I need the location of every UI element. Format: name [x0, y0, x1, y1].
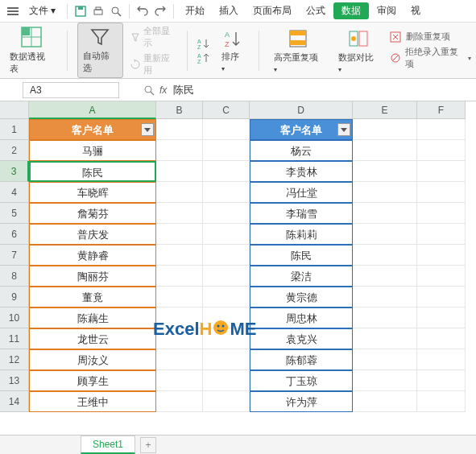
empty-cell[interactable]	[417, 182, 466, 203]
fx-label[interactable]: fx	[159, 85, 167, 96]
empty-cell[interactable]	[417, 328, 466, 349]
empty-cell[interactable]	[156, 161, 203, 182]
row-header[interactable]: 1	[0, 119, 29, 140]
empty-cell[interactable]	[353, 224, 417, 245]
tab-review[interactable]: 审阅	[370, 4, 403, 18]
table-header-cell[interactable]: 客户名单	[29, 119, 156, 140]
remove-dup-button[interactable]: 删除重复项	[390, 31, 471, 43]
empty-cell[interactable]	[353, 161, 417, 182]
table-cell[interactable]: 董竟	[29, 287, 156, 307]
preview-icon[interactable]	[108, 3, 124, 19]
empty-cell[interactable]	[203, 140, 250, 161]
reject-dup-button[interactable]: 拒绝录入重复项 ▾	[390, 46, 471, 70]
empty-cell[interactable]	[156, 119, 203, 140]
save-icon[interactable]	[72, 3, 89, 19]
empty-cell[interactable]	[353, 349, 417, 370]
empty-cell[interactable]	[203, 119, 250, 140]
row-header[interactable]: 6	[0, 224, 29, 245]
table-cell[interactable]: 冯仕堂	[250, 182, 353, 203]
table-cell[interactable]: 周汝义	[29, 349, 156, 370]
row-header[interactable]: 2	[0, 140, 29, 161]
empty-cell[interactable]	[203, 182, 250, 203]
tab-data[interactable]: 数据	[333, 2, 369, 19]
empty-cell[interactable]	[203, 224, 250, 245]
empty-cell[interactable]	[417, 203, 466, 224]
table-cell[interactable]: 陈藕生	[29, 307, 156, 328]
table-header-cell[interactable]: 客户名单	[250, 119, 353, 140]
empty-cell[interactable]	[353, 370, 417, 391]
row-header[interactable]: 11	[0, 328, 29, 349]
empty-cell[interactable]	[417, 119, 466, 140]
table-cell[interactable]: 黄静睿	[29, 245, 156, 266]
empty-cell[interactable]	[353, 391, 417, 412]
col-header[interactable]: A	[29, 101, 156, 119]
empty-cell[interactable]	[156, 349, 203, 370]
spreadsheet-grid[interactable]: ABCDEF1客户名单客户名单2马骊杨云3陈民李贵林4车晓晖冯仕堂5詹菊芬李瑞雪…	[0, 101, 476, 440]
col-header[interactable]: D	[250, 101, 353, 119]
row-header[interactable]: 8	[0, 266, 29, 287]
empty-cell[interactable]	[203, 161, 250, 182]
table-cell[interactable]: 陈民	[29, 161, 156, 182]
tab-formula[interactable]: 公式	[300, 4, 332, 18]
sheet-tab[interactable]: Sheet1	[81, 435, 135, 454]
table-cell[interactable]: 陈民	[250, 245, 353, 266]
empty-cell[interactable]	[353, 287, 417, 307]
empty-cell[interactable]	[156, 307, 203, 328]
table-cell[interactable]: 王维中	[29, 391, 156, 412]
empty-cell[interactable]	[417, 349, 466, 370]
empty-cell[interactable]	[203, 266, 250, 287]
table-cell[interactable]: 周忠林	[250, 307, 353, 328]
col-header[interactable]: F	[417, 101, 466, 119]
empty-cell[interactable]	[417, 287, 466, 307]
row-header[interactable]: 13	[0, 370, 29, 391]
empty-cell[interactable]	[156, 370, 203, 391]
row-header[interactable]: 7	[0, 245, 29, 266]
highlight-dup-button[interactable]: 高亮重复项 ▾	[269, 25, 327, 76]
empty-cell[interactable]	[156, 203, 203, 224]
row-header[interactable]: 9	[0, 287, 29, 307]
table-cell[interactable]: 李贵林	[250, 161, 353, 182]
autofilter-button[interactable]: 自动筛选	[77, 23, 122, 78]
formula-input[interactable]	[172, 82, 333, 97]
empty-cell[interactable]	[353, 140, 417, 161]
tab-layout[interactable]: 页面布局	[246, 4, 298, 18]
redo-icon[interactable]	[152, 3, 168, 19]
empty-cell[interactable]	[203, 328, 250, 349]
empty-cell[interactable]	[353, 119, 417, 140]
sort-desc-button[interactable]: AZ	[197, 52, 210, 64]
col-header[interactable]: B	[156, 101, 203, 119]
empty-cell[interactable]	[417, 161, 466, 182]
empty-cell[interactable]	[353, 266, 417, 287]
empty-cell[interactable]	[156, 266, 203, 287]
table-cell[interactable]: 马骊	[29, 140, 156, 161]
table-cell[interactable]: 陈郁蓉	[250, 349, 353, 370]
table-cell[interactable]: 袁克兴	[250, 328, 353, 349]
empty-cell[interactable]	[353, 307, 417, 328]
empty-cell[interactable]	[417, 140, 466, 161]
tab-start[interactable]: 开始	[179, 4, 211, 18]
empty-cell[interactable]	[203, 370, 250, 391]
table-cell[interactable]: 黄宗德	[250, 287, 353, 307]
name-box[interactable]	[23, 82, 119, 98]
search-icon[interactable]	[143, 85, 155, 96]
empty-cell[interactable]	[203, 287, 250, 307]
filter-dropdown-button[interactable]	[141, 123, 154, 136]
table-cell[interactable]: 普庆发	[29, 224, 156, 245]
empty-cell[interactable]	[156, 328, 203, 349]
table-cell[interactable]: 顾享生	[29, 370, 156, 391]
table-cell[interactable]: 龙世云	[29, 328, 156, 349]
row-header[interactable]: 10	[0, 307, 29, 328]
empty-cell[interactable]	[417, 224, 466, 245]
table-cell[interactable]: 许为萍	[250, 391, 353, 412]
empty-cell[interactable]	[203, 245, 250, 266]
table-cell[interactable]: 杨云	[250, 140, 353, 161]
empty-cell[interactable]	[156, 140, 203, 161]
table-cell[interactable]: 陶丽芬	[29, 266, 156, 287]
row-header[interactable]: 12	[0, 349, 29, 370]
table-cell[interactable]: 丁玉琼	[250, 370, 353, 391]
empty-cell[interactable]	[156, 245, 203, 266]
pivot-button[interactable]: 数据透视表	[5, 23, 57, 78]
menu-icon[interactable]	[5, 3, 21, 19]
row-header[interactable]: 5	[0, 203, 29, 224]
sort-button[interactable]: AZ 排序 ▾	[217, 26, 249, 76]
